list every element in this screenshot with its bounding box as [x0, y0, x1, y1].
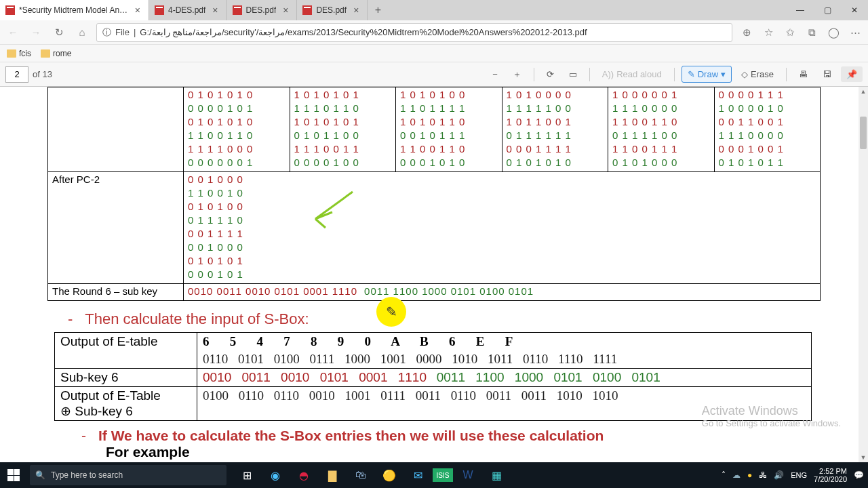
- start-button[interactable]: [0, 462, 27, 488]
- language-indicator[interactable]: ENG: [791, 471, 807, 479]
- taskbar-search[interactable]: 🔍 Type here to search: [30, 465, 226, 485]
- new-tab-button[interactable]: +: [368, 0, 388, 20]
- zoom-in-button[interactable]: ＋: [507, 66, 527, 83]
- back-button[interactable]: ←: [4, 24, 22, 41]
- folder-icon: [41, 49, 50, 58]
- tab-title: *Security Midtrem Model Answe: [19, 5, 128, 15]
- tab-title: DES.pdf: [316, 5, 347, 15]
- close-icon[interactable]: ×: [351, 5, 361, 16]
- pdf-icon: [233, 5, 242, 15]
- tab-2[interactable]: DES.pdf ×: [227, 0, 298, 20]
- menu-icon[interactable]: ⋯: [846, 24, 864, 41]
- round6-red: 0010 0011 0010 0101 0001 1110: [188, 285, 357, 297]
- sbox-line: -Then calculate the input of S-Box:: [68, 310, 821, 328]
- onedrive-icon[interactable]: ☁: [732, 470, 741, 480]
- taskbar: 🔍 Type here to search ⊞ ◉ ◓ ▇ 🛍 🟡 ✉ ISIS…: [0, 462, 868, 488]
- close-icon[interactable]: ×: [280, 5, 291, 16]
- etable-row3-label-b: ⊕ Sub-key 6: [60, 404, 133, 418]
- url-scheme: File: [115, 27, 130, 37]
- pdf-page: 0 1 0 1 0 1 00 0 0 0 1 0 10 1 0 1 0 1 01…: [0, 87, 868, 460]
- etable-row1-bits: 0110 0101 0100 0111 1000 1001 0000 1010 …: [197, 350, 812, 369]
- page-input[interactable]: [5, 66, 28, 83]
- url-box[interactable]: ⓘ File | G:/مراجعة/مناهج رابعة/security'…: [96, 23, 732, 42]
- scroll-thumb[interactable]: [860, 117, 867, 149]
- search-icon: 🔍: [35, 470, 45, 480]
- tab-3[interactable]: DES.pdf ×: [297, 0, 368, 20]
- fit-page-button[interactable]: ▭: [564, 66, 583, 82]
- if-line: -If We have to calculate the S-Box entri…: [81, 428, 821, 444]
- etable-row2-bits: 0010 0011 0010 0101 0001 1110 0011 1100 …: [197, 369, 812, 387]
- favorites-bar-icon[interactable]: ✩: [781, 24, 799, 41]
- battery-icon[interactable]: ●: [747, 470, 752, 480]
- chrome-icon[interactable]: 🟡: [376, 462, 403, 488]
- pdf-icon: [155, 5, 164, 15]
- close-icon[interactable]: ×: [132, 5, 143, 16]
- tab-1[interactable]: 4-DES.pdf ×: [149, 0, 227, 20]
- pdf-toolbar: of 13 − ＋ ⟳ ▭ A)) Read aloud ✎ Draw ▾ ◇ …: [0, 62, 868, 87]
- favorite-icon[interactable]: ☆: [760, 24, 777, 41]
- pdf-icon: [302, 5, 312, 15]
- scroll-up-icon[interactable]: ▲: [859, 87, 868, 96]
- edge-icon[interactable]: ◉: [262, 462, 289, 488]
- tray-chevron-icon[interactable]: ˄: [722, 470, 726, 480]
- word-icon[interactable]: W: [454, 462, 481, 488]
- window-controls: — ▢ ✕: [787, 0, 868, 20]
- explorer-icon[interactable]: ▇: [319, 462, 346, 488]
- etable-row1-label: Output of E-table: [60, 334, 158, 348]
- collections-icon[interactable]: ⧉: [803, 24, 821, 41]
- tab-title: DES.pdf: [246, 5, 277, 15]
- browser-tab-strip: *Security Midtrem Model Answe × 4-DES.pd…: [0, 0, 868, 20]
- tab-0[interactable]: *Security Midtrem Model Answe ×: [0, 0, 149, 20]
- taskbar-apps: ⊞ ◉ ◓ ▇ 🛍 🟡 ✉ ISIS W ▦: [233, 462, 510, 488]
- etable-row3-label-a: Output of E-Table: [60, 388, 161, 403]
- profile-icon[interactable]: ◯: [825, 24, 842, 41]
- isis-icon[interactable]: ISIS: [433, 468, 453, 482]
- mail-icon[interactable]: ✉: [404, 462, 431, 488]
- notifications-icon[interactable]: 💬: [854, 470, 864, 480]
- home-button[interactable]: ⌂: [73, 24, 91, 41]
- etable-hex: 6 5 4 7 8 9 0 A B 6 E F: [197, 333, 812, 351]
- vertical-scrollbar[interactable]: ▲ ▼: [859, 87, 868, 462]
- info-icon: ⓘ: [102, 26, 111, 39]
- bit-grid-table: 0 1 0 1 0 1 00 0 0 0 1 0 10 1 0 1 0 1 01…: [47, 87, 821, 301]
- pdf-icon: [5, 5, 15, 15]
- volume-icon[interactable]: 🔊: [774, 470, 784, 480]
- url-text: G:/مراجعة/مناهج رابعة/security'/مراجعة/e…: [140, 27, 587, 37]
- search-placeholder: Type here to search: [51, 470, 123, 480]
- after-pc2-label: After PC-2: [52, 174, 100, 185]
- draw-button[interactable]: ✎ Draw ▾: [682, 66, 732, 83]
- network-icon[interactable]: 🖧: [759, 470, 767, 480]
- bookmark-rome[interactable]: rome: [41, 49, 71, 58]
- photos-icon[interactable]: ▦: [483, 462, 510, 488]
- bookmark-fcis[interactable]: fcis: [7, 49, 31, 58]
- forward-button[interactable]: →: [27, 24, 45, 41]
- tab-title: 4-DES.pdf: [168, 5, 205, 15]
- folder-icon: [7, 49, 16, 58]
- e-table: Output of E-table 6 5 4 7 8 9 0 A B 6 E …: [54, 332, 812, 421]
- save-button[interactable]: 🖫: [817, 66, 837, 82]
- for-example: For example: [106, 444, 821, 460]
- zoom-icon[interactable]: ⊕: [738, 24, 755, 41]
- toolbar-icons: ⊕ ☆ ✩ ⧉ ◯ ⋯: [738, 24, 864, 41]
- rotate-button[interactable]: ⟳: [541, 66, 559, 82]
- maximize-button[interactable]: ▢: [814, 0, 841, 20]
- zoom-out-button[interactable]: −: [487, 66, 503, 82]
- etable-row2-label: Sub-key 6: [60, 370, 119, 384]
- pdf-viewport[interactable]: 0 1 0 1 0 1 00 0 0 0 1 0 10 1 0 1 0 1 01…: [0, 87, 868, 462]
- page-total: of 13: [33, 69, 52, 79]
- refresh-button[interactable]: ↻: [50, 24, 68, 41]
- print-button[interactable]: 🖶: [793, 66, 813, 82]
- close-icon[interactable]: ×: [210, 5, 220, 16]
- read-aloud-button[interactable]: A)) Read aloud: [597, 66, 667, 82]
- pin-button[interactable]: 📌: [841, 66, 863, 82]
- app-icon[interactable]: ◓: [290, 462, 317, 488]
- scroll-down-icon[interactable]: ▼: [859, 453, 868, 462]
- erase-button[interactable]: ◇ Erase: [736, 66, 779, 82]
- close-button[interactable]: ✕: [841, 0, 868, 20]
- minimize-button[interactable]: —: [787, 0, 814, 20]
- pen-cursor-icon: ✎: [376, 297, 406, 327]
- clock[interactable]: 2:52 PM7/20/2020: [814, 467, 847, 483]
- system-tray: ˄ ☁ ● 🖧 🔊 ENG 2:52 PM7/20/2020 💬: [722, 467, 868, 483]
- task-view-icon[interactable]: ⊞: [233, 462, 260, 488]
- store-icon[interactable]: 🛍: [347, 462, 374, 488]
